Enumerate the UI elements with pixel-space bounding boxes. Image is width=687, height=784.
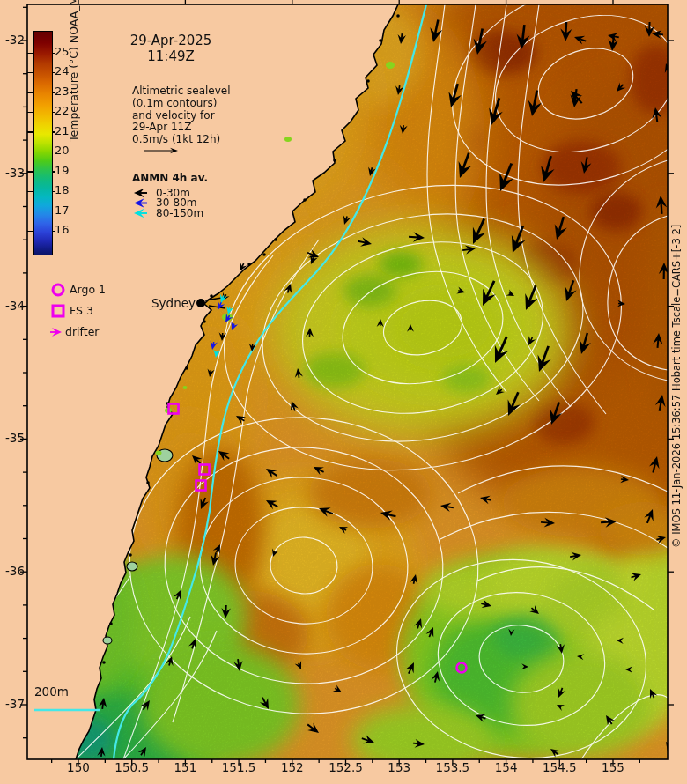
coastal-rock xyxy=(247,263,251,266)
coastal-lake xyxy=(103,637,112,644)
colorbar-tick-mark xyxy=(52,53,55,54)
coastal-rock xyxy=(203,320,206,323)
y-tick--32: -32 xyxy=(1,33,25,48)
y-tick--37: -37 xyxy=(1,698,25,712)
colorbar-tick-mark xyxy=(52,152,55,152)
coastal-rock xyxy=(396,14,400,18)
colorbar-tick-mark xyxy=(27,131,33,132)
coastal-lake xyxy=(127,562,137,571)
x-tick-151.5: 151.5 xyxy=(218,761,259,775)
x-tick-153: 153 xyxy=(379,761,419,775)
colorbar-tick-mark xyxy=(27,92,33,92)
colorbar-tick-mark xyxy=(27,152,33,152)
coastal-rock xyxy=(102,661,106,664)
coastal-rock xyxy=(379,39,382,42)
colorbar-tick-mark xyxy=(52,92,55,92)
colorbar-tick-mark xyxy=(27,231,33,232)
coastal-rock xyxy=(129,553,132,557)
colorbar-tick-mark xyxy=(27,211,33,211)
colorbar xyxy=(33,31,53,255)
fs-legend-label: FS 3 xyxy=(70,305,93,317)
colorbar-tick-mark xyxy=(52,191,55,192)
plot-area xyxy=(27,0,687,784)
x-tick-155: 155 xyxy=(593,761,633,775)
city-label: Sydney xyxy=(132,297,196,311)
colorbar-tick-16: 16 xyxy=(55,224,70,237)
colorbar-tick-mark xyxy=(52,112,55,113)
colorbar-tick-18: 18 xyxy=(55,184,70,197)
date-label: 29-Apr-2025 xyxy=(113,33,229,48)
colorbar-tick-mark xyxy=(52,131,55,132)
altimetry-note-line4: 29-Apr 11Z xyxy=(132,122,231,134)
figure: 25242322212019181716 Temperature (°C) NO… xyxy=(0,0,687,784)
coastal-rock xyxy=(274,238,277,241)
colorbar-tick-mark xyxy=(52,171,55,172)
colorbar-tick-mark xyxy=(27,191,33,192)
argo-legend-label: Argo 1 xyxy=(70,284,106,296)
x-tick-150.5: 150.5 xyxy=(112,761,152,775)
coastal-rock xyxy=(366,79,370,83)
colorbar-tick-20: 20 xyxy=(55,144,70,158)
coastal-rock xyxy=(333,159,336,162)
anmn-legend-title: ANMN 4h av. xyxy=(132,173,208,185)
coastal-rock xyxy=(109,622,113,625)
x-tick-154.5: 154.5 xyxy=(539,761,580,775)
y-tick--36: -36 xyxy=(1,565,25,579)
colorbar-tick-17: 17 xyxy=(55,204,70,218)
city-dot xyxy=(196,299,205,307)
altimetry-note-line1: Altimetric sealevel xyxy=(132,85,231,98)
altimetry-note-line5: 0.5m/s (1kt 12h) xyxy=(132,134,231,146)
colorbar-tick-mark xyxy=(27,53,33,54)
coastal-rock xyxy=(303,198,307,202)
altimetry-note: Altimetric sealevel (0.1m contours) and … xyxy=(132,85,231,146)
x-tick-154: 154 xyxy=(486,761,527,775)
colorbar-tick-mark xyxy=(52,211,55,211)
coastal-green-patch xyxy=(284,137,292,142)
y-tick--35: -35 xyxy=(1,432,25,446)
coastal-green-patch xyxy=(386,62,395,69)
colorbar-tick-mark xyxy=(52,231,55,232)
colorbar-tick-mark xyxy=(27,72,33,73)
y-tick--34: -34 xyxy=(1,300,25,314)
x-tick-153.5: 153.5 xyxy=(432,761,473,775)
colorbar-tick-19: 19 xyxy=(55,165,70,178)
bathy-depth-label: 200m xyxy=(34,685,69,699)
x-tick-151: 151 xyxy=(165,761,205,775)
x-tick-150: 150 xyxy=(58,761,99,775)
coastal-rock xyxy=(185,366,188,370)
x-tick-152: 152 xyxy=(272,761,313,775)
colorbar-tick-mark xyxy=(27,171,33,172)
anmn-legend-80-150m: 80-150m xyxy=(156,208,203,220)
time-label: 11:49Z xyxy=(113,49,229,64)
altimetry-note-line2: (0.1m contours) xyxy=(132,98,231,110)
colorbar-tick-mark xyxy=(52,72,55,73)
altimetry-note-line3: and velocity for xyxy=(132,110,231,122)
coastal-rock xyxy=(210,294,213,298)
coastal-green-patch xyxy=(156,451,162,455)
coastal-rock xyxy=(146,481,150,484)
drifter-legend-label: drifter xyxy=(65,326,99,338)
y-tick--33: -33 xyxy=(1,166,25,181)
coastal-green-patch xyxy=(183,386,188,389)
x-tick-152.5: 152.5 xyxy=(326,761,366,775)
coastal-rock xyxy=(262,253,266,256)
colorbar-tick-mark xyxy=(27,112,33,113)
map-canvas xyxy=(0,0,687,784)
